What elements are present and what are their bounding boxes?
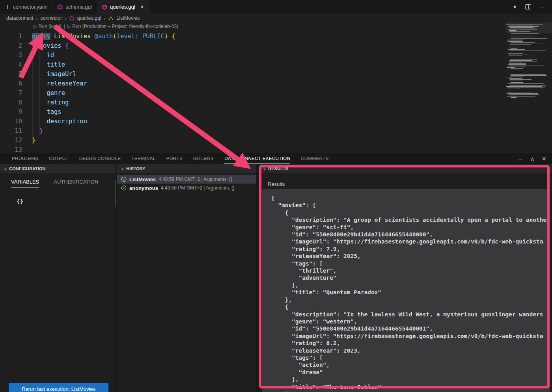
history-item-meta: 4:43:58 PM GMT+2 | Arguments: {} bbox=[161, 185, 235, 191]
tab-queries-gql[interactable]: queries.gql ✕ bbox=[97, 0, 149, 14]
run-production-link[interactable]: ▷ Run (Production – Project: friendly-fl… bbox=[67, 24, 178, 29]
panel-tab-gitlens[interactable]: GITLENS bbox=[193, 153, 214, 164]
code-line-6[interactable]: 6 releaseYear bbox=[0, 79, 505, 88]
panel-tab-bar: PROBLEMSOUTPUTDEBUG CONSOLETERMINALPORTS… bbox=[0, 153, 552, 164]
code-line-9[interactable]: 9 tags bbox=[0, 107, 505, 117]
chevron-down-icon: ∨ bbox=[121, 167, 124, 171]
tab-label: schema.gql bbox=[65, 4, 91, 10]
code-line-4[interactable]: 4 title bbox=[0, 60, 505, 69]
codelens-separator: | bbox=[64, 24, 65, 29]
editor-tab-bar: ! connector.yaml schema.gql queries.gql … bbox=[0, 0, 552, 14]
chevron-down-icon: ∨ bbox=[263, 167, 266, 171]
panel-tab-terminal[interactable]: TERMINAL bbox=[131, 153, 155, 164]
bottom-panel: PROBLEMSOUTPUTDEBUG CONSOLETERMINALPORTS… bbox=[0, 153, 552, 392]
code-line-2[interactable]: 2 movies { bbox=[0, 41, 505, 50]
sparkle-icon[interactable]: ✦ bbox=[512, 4, 517, 11]
graphql-icon bbox=[102, 4, 107, 10]
line-number[interactable]: 8 bbox=[0, 98, 22, 107]
results-label: Results bbox=[268, 181, 285, 187]
line-number[interactable]: 5 bbox=[0, 69, 22, 79]
panel-tab-data-connect-execution[interactable]: DATA CONNECT EXECUTION bbox=[224, 153, 290, 164]
close-tab-icon[interactable]: ✕ bbox=[140, 4, 144, 10]
breadcrumb-item-connector[interactable]: connector bbox=[40, 15, 62, 21]
line-number[interactable]: 6 bbox=[0, 79, 22, 88]
line-number[interactable]: 1 bbox=[0, 32, 22, 41]
scrollbar[interactable] bbox=[115, 180, 116, 207]
configuration-header[interactable]: ∨ CONFIGURATION bbox=[0, 164, 116, 173]
tab-variables[interactable]: VARIABLES bbox=[11, 179, 39, 188]
code-line-5[interactable]: 5 imageUrl bbox=[0, 69, 505, 79]
code-line-1[interactable]: 1query ListMovies @auth(level: PUBLIC) { bbox=[0, 32, 505, 41]
run-local-link[interactable]: ▷ Run (local) bbox=[34, 24, 62, 29]
line-number[interactable]: 11 bbox=[0, 126, 22, 136]
results-section: ∨ RESULTS Results { "movies": [ { "descr… bbox=[259, 164, 552, 392]
minimap[interactable] bbox=[505, 22, 552, 98]
history-item-meta: 4:48:59 PM GMT+2 | Arguments: {} bbox=[159, 176, 232, 182]
tab-label: queries.gql bbox=[110, 4, 135, 10]
panel-maximize-icon[interactable]: ∧ bbox=[530, 156, 535, 162]
line-number[interactable]: 10 bbox=[0, 117, 22, 126]
tab-schema-gql[interactable]: schema.gql bbox=[52, 0, 97, 14]
indent-guide bbox=[32, 41, 33, 145]
code-editor[interactable]: ▷ Run (local) | ▷ Run (Production – Proj… bbox=[0, 22, 552, 153]
results-header[interactable]: ∨ RESULTS bbox=[259, 164, 552, 173]
panel-tab-problems[interactable]: PROBLEMS bbox=[12, 153, 38, 164]
split-editor-icon[interactable] bbox=[525, 4, 531, 9]
check-circle-icon bbox=[121, 185, 127, 191]
history-section: ∨ HISTORY ListMovies 4:48:59 PM GMT+2 | … bbox=[117, 164, 256, 392]
code-line-7[interactable]: 7 genre bbox=[0, 88, 505, 98]
code-line-10[interactable]: 10 description bbox=[0, 117, 505, 126]
panel-actions: ⋯ ∧ ✕ bbox=[518, 153, 552, 164]
panel-tab-ports[interactable]: PORTS bbox=[166, 153, 183, 164]
chevron-down-icon: ∨ bbox=[4, 167, 7, 171]
configuration-tabs: VARIABLES AUTHENTICATION bbox=[0, 173, 116, 188]
code-line-3[interactable]: 3 id bbox=[0, 50, 505, 60]
breadcrumb-item-queries-gql[interactable]: queries.gql bbox=[77, 15, 101, 21]
panel-tab-output[interactable]: OUTPUT bbox=[49, 153, 69, 164]
line-number[interactable]: 4 bbox=[0, 60, 22, 69]
code-line-11[interactable]: 11 } bbox=[0, 126, 505, 136]
more-actions-icon[interactable]: ⋯ bbox=[539, 4, 545, 11]
panel-close-icon[interactable]: ✕ bbox=[542, 156, 546, 162]
graphql-icon bbox=[69, 16, 75, 21]
panel-tab-debug-console[interactable]: DEBUG CONSOLE bbox=[79, 153, 121, 164]
breadcrumb-item-dataconnect[interactable]: dataconnect bbox=[6, 15, 33, 21]
code-line-13[interactable]: 13 bbox=[0, 145, 505, 153]
run-icon: ▷ bbox=[67, 24, 71, 29]
configuration-section: ∨ CONFIGURATION VARIABLES AUTHENTICATION… bbox=[0, 164, 116, 392]
chevron-right-icon: › bbox=[36, 15, 37, 21]
breadcrumb: dataconnect › connector › queries.gql › … bbox=[0, 14, 552, 22]
rerun-last-execution-button[interactable]: Rerun last execution: ListMovies bbox=[9, 383, 108, 392]
graphql-icon bbox=[57, 4, 63, 10]
tab-label: connector.yaml bbox=[13, 4, 47, 10]
results-json-output[interactable]: { "movies": [ { "description": "A group … bbox=[262, 189, 550, 392]
history-list: ListMovies 4:48:59 PM GMT+2 | Arguments:… bbox=[117, 173, 256, 192]
panel-tab-comments[interactable]: COMMENTS bbox=[301, 153, 328, 164]
line-number[interactable]: 2 bbox=[0, 41, 22, 50]
indent-guide bbox=[39, 50, 40, 136]
line-number[interactable]: 3 bbox=[0, 50, 22, 60]
variables-value[interactable]: {} bbox=[17, 198, 116, 204]
breadcrumb-item-listmovies[interactable]: ListMovies bbox=[116, 15, 140, 21]
line-number[interactable]: 13 bbox=[0, 145, 22, 153]
line-number[interactable]: 7 bbox=[0, 88, 22, 98]
chevron-right-icon: › bbox=[104, 15, 106, 21]
code-line-12[interactable]: 12} bbox=[0, 136, 505, 145]
code-line-8[interactable]: 8 rating bbox=[0, 98, 505, 107]
chevron-right-icon: › bbox=[65, 15, 66, 21]
history-item-listmovies[interactable]: ListMovies 4:48:59 PM GMT+2 | Arguments:… bbox=[117, 175, 256, 184]
codelens-row: ▷ Run (local) | ▷ Run (Production – Proj… bbox=[34, 24, 178, 29]
history-item-anonymous[interactable]: anonymous 4:43:58 PM GMT+2 | Arguments: … bbox=[117, 184, 256, 192]
line-number[interactable]: 12 bbox=[0, 136, 22, 145]
graphql-operation-icon bbox=[108, 16, 114, 21]
check-circle-icon bbox=[121, 176, 127, 182]
history-header[interactable]: ∨ HISTORY bbox=[117, 164, 256, 173]
history-item-name: anonymous bbox=[129, 185, 158, 191]
tab-authentication[interactable]: AUTHENTICATION bbox=[54, 179, 98, 188]
history-item-name: ListMovies bbox=[129, 176, 156, 182]
tab-connector-yaml[interactable]: ! connector.yaml bbox=[0, 0, 52, 14]
data-connect-execution-view: ∨ CONFIGURATION VARIABLES AUTHENTICATION… bbox=[0, 164, 552, 392]
line-number[interactable]: 9 bbox=[0, 107, 22, 117]
panel-more-icon[interactable]: ⋯ bbox=[518, 156, 523, 162]
run-icon: ▷ bbox=[34, 24, 37, 29]
